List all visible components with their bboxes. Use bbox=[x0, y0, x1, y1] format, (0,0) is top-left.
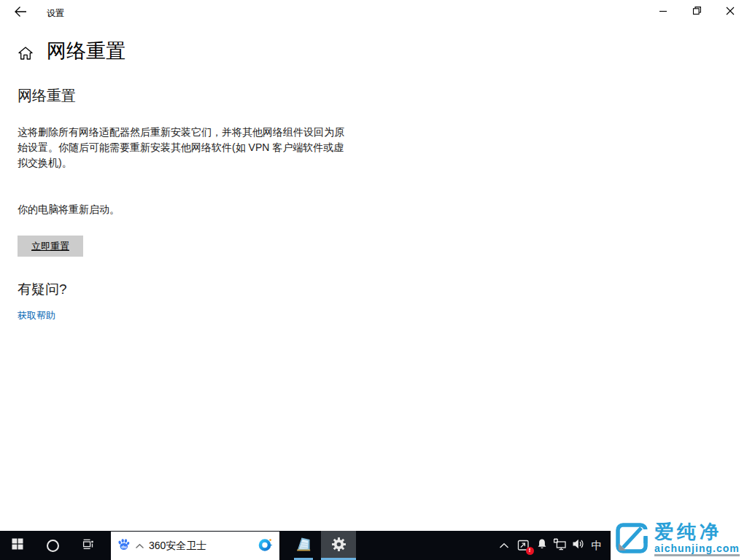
restart-note: 你的电脑将重新启动。 bbox=[18, 203, 360, 217]
section-title: 网络重置 bbox=[18, 86, 360, 106]
windows-logo-icon bbox=[12, 538, 23, 553]
minimize-icon bbox=[659, 5, 667, 18]
settings-taskbar-button[interactable] bbox=[321, 531, 356, 560]
restore-button[interactable] bbox=[680, 0, 713, 23]
cortana-search-button[interactable] bbox=[35, 531, 70, 560]
360-search-icon[interactable] bbox=[258, 537, 274, 556]
gear-icon bbox=[331, 537, 347, 555]
ethernet-icon bbox=[553, 538, 567, 553]
tray-show-hidden-icons-button[interactable] bbox=[495, 531, 514, 560]
get-help-link[interactable]: 获取帮助 bbox=[18, 309, 55, 322]
minimize-button[interactable] bbox=[646, 0, 680, 23]
page-title: 网络重置 bbox=[47, 38, 125, 64]
window-controls bbox=[646, 0, 747, 23]
tray-notifications-button[interactable] bbox=[533, 531, 551, 560]
watermark-text: 爱纯净 aichunjing.com bbox=[654, 521, 740, 556]
restore-icon bbox=[692, 5, 702, 18]
screen-share-icon: ! bbox=[517, 540, 530, 552]
task-view-button[interactable] bbox=[70, 531, 105, 560]
notepad-taskbar-button[interactable] bbox=[286, 531, 321, 560]
notepad-icon bbox=[294, 534, 313, 556]
bell-icon bbox=[536, 538, 548, 553]
search-box-text[interactable]: 360安全卫士 bbox=[149, 540, 258, 553]
watermark-panel: 爱纯净 aichunjing.com bbox=[611, 518, 747, 560]
close-icon bbox=[726, 5, 735, 18]
start-button[interactable] bbox=[0, 531, 35, 560]
tray-chevron-up-icon bbox=[499, 539, 509, 552]
taskbar-search-box[interactable]: du 360安全卫士 bbox=[111, 532, 279, 560]
svg-text:du: du bbox=[121, 544, 127, 549]
back-arrow-icon bbox=[13, 4, 28, 22]
titlebar: 设置 bbox=[0, 0, 747, 25]
close-button[interactable] bbox=[713, 0, 747, 23]
cortana-circle-icon bbox=[47, 540, 59, 552]
tray-security-alert-button[interactable]: ! bbox=[514, 531, 533, 560]
settings-window: 设置 网络重置 网络重置 这将删除所有网络适配器然后重新安装它们，并将其 bbox=[0, 0, 747, 531]
chevron-up-icon[interactable] bbox=[135, 540, 144, 553]
back-button[interactable] bbox=[9, 4, 32, 23]
watermark-logo-icon bbox=[614, 520, 649, 558]
watermark-brand: 爱纯净 bbox=[654, 521, 740, 542]
volume-icon bbox=[572, 538, 585, 553]
tray-network-button[interactable] bbox=[551, 531, 569, 560]
help-title: 有疑问? bbox=[18, 280, 360, 299]
reset-now-button[interactable]: 立即重置 bbox=[18, 236, 83, 257]
ime-indicator[interactable]: 中 bbox=[586, 531, 608, 560]
window-title: 设置 bbox=[47, 7, 64, 20]
description-text: 这将删除所有网络适配器然后重新安装它们，并将其他网络组件设回为原始设置。你随后可… bbox=[18, 125, 348, 171]
notification-badge: ! bbox=[526, 547, 534, 555]
page-content: 网络重置 这将删除所有网络适配器然后重新安装它们，并将其他网络组件设回为原始设置… bbox=[18, 86, 360, 322]
watermark-domain: aichunjing.com bbox=[654, 542, 740, 556]
home-icon bbox=[18, 45, 34, 61]
screen: 设置 网络重置 网络重置 这将删除所有网络适配器然后重新安装它们，并将其 bbox=[0, 0, 747, 560]
task-view-icon bbox=[82, 538, 94, 553]
baidu-icon[interactable]: du bbox=[116, 537, 131, 555]
